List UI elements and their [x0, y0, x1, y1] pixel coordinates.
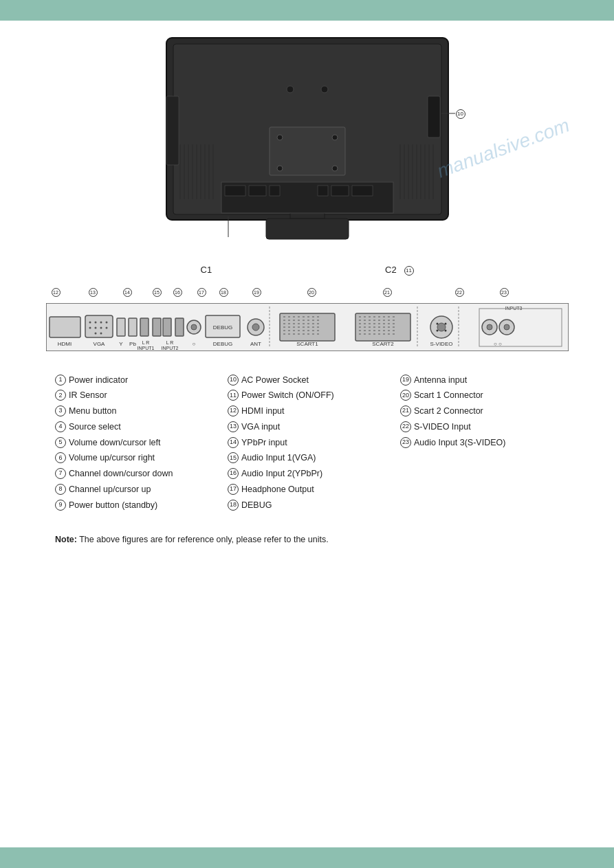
legend-item-9: 9 Power button (standby) [55, 499, 214, 512]
svg-rect-149 [383, 323, 385, 324]
legend-item-13: 13 VGA input [228, 421, 386, 434]
svg-rect-85 [317, 316, 319, 318]
svg-rect-92 [312, 320, 314, 321]
svg-rect-152 [359, 326, 361, 328]
svg-rect-138 [369, 320, 371, 321]
svg-point-23 [277, 135, 283, 140]
svg-rect-175 [393, 333, 395, 335]
legend-col1: 1 Power indicator 2 IR Sensor 3 Menu but… [55, 374, 214, 515]
svg-rect-38 [166, 96, 179, 165]
svg-text:INPUT1: INPUT1 [137, 346, 154, 350]
svg-point-26 [332, 166, 338, 171]
svg-text:VGA: VGA [93, 341, 105, 347]
svg-rect-88 [293, 320, 295, 321]
svg-rect-113 [298, 330, 300, 331]
svg-text:L  R: L R [142, 340, 149, 345]
svg-rect-164 [378, 330, 380, 331]
svg-rect-129 [364, 316, 366, 318]
note-text: Note: The above figures are for referenc… [55, 535, 559, 544]
svg-rect-63 [163, 318, 171, 336]
svg-point-181 [444, 322, 446, 324]
svg-rect-147 [373, 323, 375, 324]
svg-rect-161 [364, 330, 366, 331]
svg-rect-114 [303, 330, 305, 331]
tv-image: 10 [160, 34, 455, 261]
svg-rect-103 [288, 326, 290, 328]
svg-rect-108 [312, 326, 314, 328]
svg-rect-158 [388, 326, 390, 328]
svg-rect-159 [393, 326, 395, 328]
svg-rect-87 [288, 320, 290, 321]
svg-text:SCART1: SCART1 [296, 341, 318, 347]
connector-strip-section: 12 13 14 15 16 17 18 19 [46, 282, 569, 353]
svg-rect-60 [153, 318, 161, 336]
svg-rect-116 [312, 330, 314, 331]
svg-rect-132 [378, 316, 380, 318]
note-body: The above figures are for reference only… [79, 535, 328, 544]
svg-rect-35 [352, 186, 373, 196]
svg-rect-84 [312, 316, 314, 318]
svg-rect-112 [293, 330, 295, 331]
svg-point-179 [437, 323, 446, 331]
svg-rect-154 [369, 326, 371, 328]
port-numbers-row: 12 13 14 15 16 17 18 19 [46, 282, 569, 302]
svg-rect-139 [373, 320, 375, 321]
legend-item-14: 14 YPbPr input [228, 436, 386, 449]
legend-col2: 10 AC Power Socket 11 Power Switch (ON/O… [228, 374, 386, 515]
svg-point-68 [191, 324, 197, 330]
svg-rect-143 [393, 320, 395, 321]
note-label: Note: [55, 535, 77, 544]
svg-rect-83 [307, 316, 309, 318]
svg-rect-30 [225, 186, 245, 196]
legend-col3: 19 Antenna input 20 Scart 1 Connector 21… [400, 374, 559, 515]
svg-rect-171 [373, 333, 375, 335]
svg-rect-115 [307, 330, 309, 331]
svg-rect-106 [303, 326, 305, 328]
legend-item-3: 3 Menu button [55, 405, 214, 418]
svg-rect-165 [383, 330, 385, 331]
label-10: 10 [456, 109, 465, 119]
svg-rect-41 [50, 317, 80, 337]
svg-rect-170 [369, 333, 371, 335]
legend-item-5: 5 Volume down/cursor left [55, 436, 214, 449]
svg-point-52 [94, 332, 96, 334]
svg-rect-145 [364, 323, 366, 324]
tv-svg [160, 34, 455, 247]
svg-text:INPUT2: INPUT2 [161, 346, 178, 350]
legend-item-20: 20 Scart 1 Connector [400, 389, 559, 402]
svg-point-49 [94, 326, 96, 329]
svg-rect-104 [293, 326, 295, 328]
svg-rect-162 [369, 330, 371, 331]
svg-rect-137 [364, 320, 366, 321]
svg-rect-124 [312, 333, 314, 335]
svg-rect-55 [117, 318, 125, 336]
svg-point-21 [321, 86, 328, 93]
svg-rect-117 [317, 330, 319, 331]
svg-rect-130 [369, 316, 371, 318]
svg-point-44 [89, 321, 91, 323]
legend-item-21: 21 Scart 2 Connector [400, 405, 559, 418]
svg-rect-96 [293, 323, 295, 324]
legend-item-18: 18 DEBUG [228, 499, 386, 512]
svg-rect-78 [283, 316, 285, 318]
svg-rect-118 [283, 333, 285, 335]
svg-rect-57 [129, 318, 137, 336]
svg-rect-163 [373, 330, 375, 331]
svg-point-45 [94, 321, 96, 323]
svg-point-182 [436, 329, 438, 331]
svg-rect-153 [364, 326, 366, 328]
tv-bottom-labels: C1 C2 11 [160, 265, 455, 276]
svg-rect-146 [369, 323, 371, 324]
svg-point-25 [277, 166, 283, 171]
svg-text:DEBUG: DEBUG [212, 324, 232, 331]
svg-rect-169 [364, 333, 366, 335]
svg-text:HDMI: HDMI [57, 341, 71, 347]
svg-text:Y: Y [119, 341, 123, 347]
svg-point-180 [436, 322, 438, 324]
legend-item-10: 10 AC Power Socket [228, 374, 386, 387]
svg-rect-43 [85, 315, 113, 337]
svg-rect-120 [293, 333, 295, 335]
svg-rect-174 [388, 333, 390, 335]
svg-point-74 [252, 324, 259, 331]
svg-rect-90 [303, 320, 305, 321]
